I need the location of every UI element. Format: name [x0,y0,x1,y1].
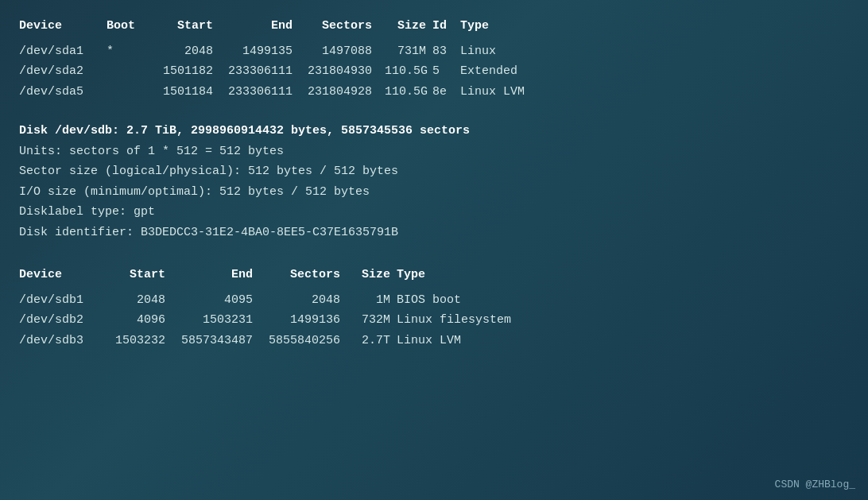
sda-cell-type-1: Extended [460,61,556,82]
sdb-cell-start-0: 2048 [107,290,178,311]
sda-cell-start-1: 1501182 [154,61,226,82]
sdb-header-row: Device Start End Sectors Size Type [19,265,849,285]
sda-table: Device Boot Start End Sectors Size Id Ty… [19,16,849,37]
sdb-col-size-header: Size [353,265,397,285]
sdb-rows: /dev/sdb1 2048 4095 2048 1M BIOS boot /d… [19,290,849,351]
spacer-1 [19,102,849,121]
sda-cell-boot-0: * [107,41,154,62]
sda-cell-boot-2 [107,82,154,103]
sdb-cell-size-1: 732M [353,310,397,331]
sdb-disk-line: Disk /dev/sdb: 2.7 TiB, 2998960914432 by… [19,121,849,141]
sdb-units-line: Units: sectors of 1 * 512 = 512 bytes [19,141,849,162]
sda-cell-type-2: Linux LVM [460,82,556,103]
sdb-cell-sectors-2: 5855840256 [265,331,353,351]
sdb-cell-device-2: /dev/sdb3 [19,331,107,351]
sdb-col-device-header: Device [19,265,107,285]
sda-cell-id-2: 8e [432,82,460,103]
sdb-io-size-line: I/O size (minimum/optimal): 512 bytes / … [19,182,849,203]
sda-cell-end-0: 1499135 [226,41,305,62]
sdb-table-row: /dev/sdb2 4096 1503231 1499136 732M Linu… [19,310,849,331]
sdb-cell-end-1: 1503231 [178,310,265,331]
sda-cell-id-1: 5 [432,61,460,82]
sda-cell-boot-1 [107,61,154,82]
sda-col-size-header: Size [385,16,432,37]
sda-rows: /dev/sda1 * 2048 1499135 1497088 731M 83… [19,41,849,103]
sda-col-sectors-header: Sectors [305,16,385,37]
sdb-cell-type-0: BIOS boot [397,290,524,311]
sdb-cell-start-1: 4096 [107,310,178,331]
sda-col-device-header: Device [19,16,107,37]
sda-cell-start-0: 2048 [154,41,226,62]
sda-cell-type-0: Linux [460,41,556,62]
sda-cell-sectors-1: 231804930 [305,61,385,82]
terminal-content: Device Boot Start End Sectors Size Id Ty… [19,16,849,351]
sdb-cell-end-0: 4095 [178,290,265,311]
sdb-cell-size-2: 2.7T [353,331,397,351]
sdb-table: Device Start End Sectors Size Type [19,265,849,285]
sda-cell-device-1: /dev/sda2 [19,61,107,82]
sdb-cell-type-1: Linux filesystem [397,310,524,331]
sda-header-row: Device Boot Start End Sectors Size Id Ty… [19,16,849,37]
sda-cell-device-2: /dev/sda5 [19,82,107,103]
sda-cell-sectors-0: 1497088 [305,41,385,62]
sdb-cell-type-2: Linux LVM [397,331,524,351]
watermark: CSDN @ZHBlog_ [775,479,855,490]
sdb-cell-device-0: /dev/sdb1 [19,290,107,311]
sda-table-row: /dev/sda5 1501184 233306111 231804928 11… [19,82,849,103]
sda-col-boot-header: Boot [107,16,154,37]
sdb-cell-sectors-0: 2048 [265,290,353,311]
sdb-table-row: /dev/sdb3 1503232 5857343487 5855840256 … [19,331,849,351]
sdb-cell-end-2: 5857343487 [178,331,265,351]
sdb-col-start-header: Start [107,265,178,285]
sdb-cell-size-0: 1M [353,290,397,311]
sdb-disk-info: Disk /dev/sdb: 2.7 TiB, 2998960914432 by… [19,121,849,242]
sdb-col-type-header: Type [397,265,524,285]
sda-table-row: /dev/sda2 1501182 233306111 231804930 11… [19,61,849,82]
sda-cell-size-0: 731M [385,41,432,62]
sdb-disklabel-line: Disklabel type: gpt [19,202,849,223]
spacer-2 [19,246,849,265]
sda-cell-size-2: 110.5G [385,82,432,103]
sda-col-start-header: Start [154,16,226,37]
sdb-identifier-line: Disk identifier: B3DEDCC3-31E2-4BA0-8EE5… [19,223,849,243]
sdb-cell-start-2: 1503232 [107,331,178,351]
sda-table-row: /dev/sda1 * 2048 1499135 1497088 731M 83… [19,41,849,62]
sda-cell-start-2: 1501184 [154,82,226,103]
sda-cell-device-0: /dev/sda1 [19,41,107,62]
sda-col-id-header: Id [432,16,460,37]
sdb-col-sectors-header: Sectors [265,265,353,285]
sda-cell-sectors-2: 231804928 [305,82,385,103]
sdb-cell-sectors-1: 1499136 [265,310,353,331]
sdb-table-row: /dev/sdb1 2048 4095 2048 1M BIOS boot [19,290,849,311]
sda-cell-size-1: 110.5G [385,61,432,82]
sda-cell-end-1: 233306111 [226,61,305,82]
sdb-col-end-header: End [178,265,265,285]
sda-col-end-header: End [226,16,305,37]
sdb-sector-size-line: Sector size (logical/physical): 512 byte… [19,161,849,182]
sda-col-type-header: Type [460,16,556,37]
sda-cell-id-0: 83 [432,41,460,62]
sdb-cell-device-1: /dev/sdb2 [19,310,107,331]
sda-cell-end-2: 233306111 [226,82,305,103]
